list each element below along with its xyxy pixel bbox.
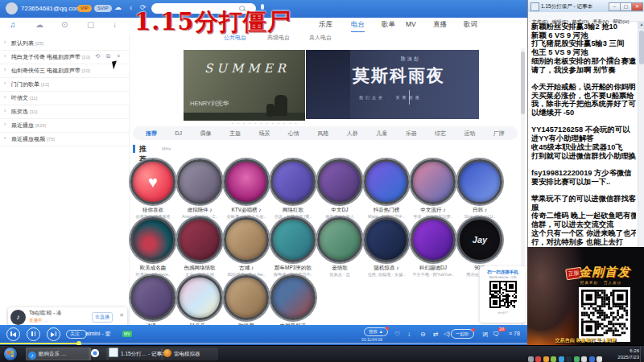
notepad-scrollbar[interactable]: ▲	[638, 22, 644, 247]
playlist-item[interactable]: ›最近播放 [624]	[0, 118, 129, 133]
tray-icon[interactable]	[589, 356, 595, 362]
tray-icon[interactable]	[559, 356, 564, 362]
station-cover[interactable]	[364, 217, 409, 262]
carousel-dots[interactable]: ▪ ▪ ▪ ▪ ▪ ▪ ▪ ▪ ▪ ▪ ▪ ▪	[232, 121, 299, 125]
device-icon[interactable]: ▢	[87, 20, 94, 29]
progress-bar[interactable]	[0, 343, 527, 344]
taskbar-window-game[interactable]: 雷电模拟器	[161, 348, 218, 360]
comment-icon[interactable]: 🗨2M	[493, 331, 499, 338]
station-cover[interactable]	[177, 217, 222, 262]
playlist-item[interactable]: ›门门的歌单 [12]	[0, 77, 129, 92]
station-cover[interactable]	[317, 159, 362, 204]
taskbar-clock[interactable]: 6:26 2025/7/23	[617, 348, 639, 360]
maximize-button[interactable]: ▢	[620, 2, 632, 11]
favorite-icon[interactable]: ♡	[394, 331, 400, 338]
category-DJ[interactable]: DJ	[175, 130, 182, 136]
tray-icon[interactable]	[566, 356, 572, 362]
playlist-item[interactable]: ›叶倩文 [11]	[0, 91, 129, 105]
station-cover[interactable]	[130, 217, 175, 262]
volume-icon[interactable]: ◁)	[444, 331, 450, 337]
category-风格[interactable]: 风格	[317, 130, 328, 138]
taskbar-window-kugou[interactable]: ♪酷狗音乐 …	[26, 348, 91, 360]
follow-pill[interactable]: 关注 ·	[66, 330, 87, 339]
category-推荐[interactable]: 推荐	[146, 130, 157, 138]
category-主题[interactable]: 主题	[229, 130, 241, 138]
category-心情[interactable]: 心情	[288, 130, 299, 138]
start-button[interactable]	[4, 348, 17, 360]
category-厂牌[interactable]: 厂牌	[493, 130, 505, 138]
playlist-hover-icons[interactable]: ⟲ ⧉ ≡	[95, 53, 122, 60]
now-playing-title[interactable]: almini - 爱	[85, 330, 111, 338]
station-cover[interactable]	[270, 275, 316, 320]
trash-icon[interactable]: ⊖	[420, 331, 426, 338]
lyrics-button[interactable]: 词	[481, 330, 489, 339]
scrollbar-thumb[interactable]	[521, 51, 525, 114]
tab-MV[interactable]: MV	[406, 20, 416, 28]
station-cover[interactable]	[177, 275, 222, 320]
close-button[interactable]: ✕	[631, 2, 643, 11]
category-运动[interactable]: 运动	[464, 130, 476, 138]
playlist-item[interactable]: ›仙剑奇侠传三 电视剧原声带 [10]	[0, 64, 129, 78]
banner-moscow-rain[interactable]: 陈泳彤 莫斯科雨夜 我们总会 · 某夜相遇	[306, 50, 479, 119]
my-music-icon[interactable]: ♫	[10, 20, 16, 29]
tray-icon[interactable]	[543, 356, 549, 362]
notepad-titlebar[interactable]: 1.15分打僵尸 - 记事本 – ▢ ✕	[528, 0, 644, 13]
avatar[interactable]	[6, 2, 18, 14]
tray-icon[interactable]	[551, 356, 556, 362]
sound-effect-pill[interactable]: 音效 ▲	[364, 327, 388, 336]
minimize-button[interactable]: –	[609, 2, 621, 11]
playlist-item[interactable]: ›默认列表 [25]	[0, 36, 129, 51]
category-人群[interactable]: 人群	[347, 130, 358, 138]
playlist-item[interactable]: ›陈奕迅 [11]	[0, 105, 129, 119]
prev-button[interactable]	[6, 327, 20, 341]
banner-summer[interactable]: SUMMER HENRY刘宪华	[184, 50, 305, 121]
station-cover[interactable]	[224, 275, 269, 320]
category-乐器[interactable]: 乐器	[406, 130, 417, 138]
tray-icon[interactable]	[574, 356, 580, 362]
tab-直播[interactable]: 直播	[433, 20, 447, 30]
station-cover[interactable]	[364, 159, 409, 204]
account-email[interactable]: 723654681@qq.com	[21, 5, 80, 12]
radio-station[interactable]: 日韩 ♪Stray Kids, U.U..	[452, 159, 508, 219]
station-cover[interactable]	[270, 217, 316, 262]
pause-button[interactable]	[27, 327, 40, 341]
close-icon[interactable]: ✕	[119, 312, 124, 319]
tray-icon[interactable]	[597, 356, 602, 362]
station-cover[interactable]: ♥	[130, 159, 175, 204]
scroll-up-arrow[interactable]: ▲	[638, 22, 644, 29]
station-cover[interactable]	[317, 217, 362, 262]
cloud-icon[interactable]: ☁	[114, 3, 122, 11]
notepad-text-area[interactable]: 新颖粉丝安排赢3输2 抢10新颖 6 VS 9 河池打飞猪屁股安排赢5输3 三间…	[531, 23, 636, 247]
station-cover[interactable]	[411, 159, 456, 204]
tray-icon[interactable]	[581, 356, 587, 362]
category-综艺[interactable]: 综艺	[435, 130, 446, 138]
category-儿童[interactable]: 儿童	[376, 130, 387, 138]
show-desktop-button[interactable]	[640, 346, 644, 362]
back-icon[interactable]: ‹	[130, 3, 132, 12]
station-cover[interactable]	[177, 159, 222, 204]
station-cover[interactable]	[130, 275, 175, 320]
station-cover[interactable]	[411, 217, 456, 262]
download-song-icon[interactable]: ↓	[407, 331, 411, 338]
next-button[interactable]	[47, 327, 60, 341]
play-mode-icon[interactable]: ⇄	[433, 331, 439, 338]
listen-together-pill[interactable]: 一起听	[451, 329, 474, 339]
subtab-真人电台[interactable]: 真人电台	[309, 34, 332, 42]
goto-live-button[interactable]: 去直播	[92, 312, 113, 323]
queue-button[interactable]: ≡ 78	[509, 331, 520, 336]
playlist-item[interactable]: ›最近播放视频 [75]	[0, 132, 129, 146]
station-cover[interactable]: Jay	[457, 217, 502, 262]
phone-link-promo[interactable]: 扫一扫连接手机 随时随地畅听每一首歌 酷狗APP	[480, 266, 526, 323]
station-cover[interactable]	[270, 159, 316, 204]
tab-歌词[interactable]: 歌词	[464, 20, 477, 30]
follow-icon[interactable]: ⊙	[61, 20, 68, 29]
tab-乐库[interactable]: 乐库	[319, 20, 332, 30]
category-偶像[interactable]: 偶像	[200, 130, 211, 138]
taskbar-window-notepad[interactable]: 1.15分打… - 记事本	[106, 348, 163, 360]
cloud-disk-icon[interactable]: ☁	[35, 20, 43, 29]
tab-电台[interactable]: 电台	[351, 20, 365, 33]
tray-icon[interactable]	[535, 356, 541, 362]
scrollbar-thumb[interactable]	[639, 31, 644, 64]
station-cover[interactable]	[224, 159, 269, 204]
download-icon[interactable]: ↓	[113, 20, 117, 29]
